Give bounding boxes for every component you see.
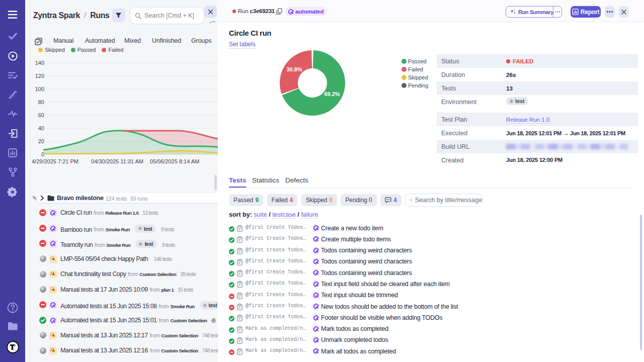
- svg-text:140: 140: [35, 60, 44, 66]
- svg-text:4/29/2025 7:21 PM: 4/29/2025 7:21 PM: [32, 158, 78, 164]
- svg-text:69.2%: 69.2%: [324, 91, 340, 97]
- svg-text:120: 120: [35, 73, 44, 79]
- svg-text:80: 80: [38, 99, 44, 105]
- svg-text:40: 40: [38, 125, 44, 131]
- svg-text:04/30/2025 11:31 AM: 04/30/2025 11:31 AM: [91, 158, 143, 164]
- svg-text:30.8%: 30.8%: [286, 66, 302, 72]
- svg-text:20: 20: [38, 138, 44, 144]
- svg-text:05/06/2025 8:14 AM: 05/06/2025 8:14 AM: [150, 158, 199, 164]
- svg-text:60: 60: [38, 112, 44, 118]
- svg-text:100: 100: [35, 86, 44, 92]
